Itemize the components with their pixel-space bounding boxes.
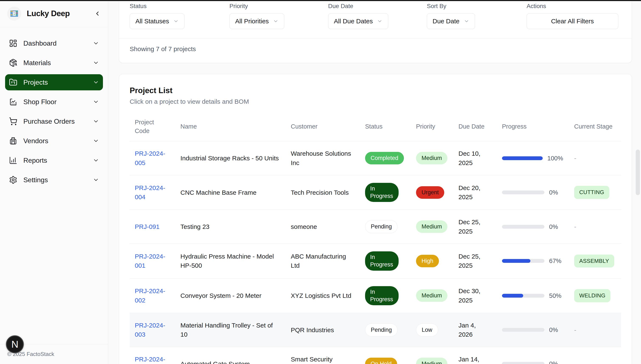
chevron-down-icon <box>93 79 99 86</box>
progress-percent: 0% <box>549 188 558 197</box>
progress-cell: 0% <box>502 222 563 231</box>
chevron-down-icon <box>93 60 99 66</box>
customer-name: PQR Industries <box>291 326 334 335</box>
sort-by-filter-select[interactable]: Due Date <box>427 13 475 29</box>
project-name: CNC Machine Base Frame <box>180 188 256 197</box>
due-date: Dec 10, 2025 <box>458 150 480 166</box>
project-row[interactable]: PRJ-2024-005 Industrial Storage Racks - … <box>130 141 621 175</box>
sidebar-item-label: Projects <box>23 78 48 86</box>
folder-kanban-icon <box>9 78 18 86</box>
status-filter-select[interactable]: All Statuses <box>130 13 184 29</box>
project-code-link[interactable]: PRJ-091 <box>135 222 160 232</box>
current-stage: CUTTING <box>574 186 609 199</box>
progress-percent: 0% <box>549 359 558 364</box>
top-edge-strip <box>0 0 641 1</box>
project-code-link[interactable]: PRJ-2024-005 <box>135 149 169 167</box>
status-filter-label: Status <box>130 3 229 10</box>
current-stage: - <box>574 326 576 334</box>
sidebar-footer: N © 2025 FactoStack <box>0 344 108 364</box>
due-date: Dec 20, 2025 <box>458 184 480 201</box>
fax-building-icon <box>9 136 18 145</box>
sidebar-item-label: Dashboard <box>23 40 57 47</box>
progress-percent: 100% <box>547 154 563 163</box>
sidebar-collapse-button[interactable] <box>94 10 101 17</box>
status-filter-value: All Statuses <box>135 18 169 25</box>
sidebar-item-reports[interactable]: Reports <box>5 152 103 168</box>
filter-group-status: Status All Statuses <box>130 3 229 29</box>
due-date-filter-select[interactable]: All Due Dates <box>328 13 388 29</box>
chevron-down-icon <box>377 18 382 24</box>
project-code-link[interactable]: PRJ-2024-006 <box>135 355 169 364</box>
priority-filter-value: All Priorities <box>235 18 269 25</box>
filters-panel: Status All Statuses Priority All Priorit… <box>119 0 632 63</box>
sidebar-item-materials[interactable]: Materials <box>5 55 103 71</box>
nextjs-dev-badge[interactable]: N <box>6 335 24 353</box>
status-badge: In Progress <box>365 183 399 202</box>
project-row[interactable]: PRJ-2024-006 Automated Gate System Smart… <box>130 347 621 364</box>
current-stage: - <box>574 360 576 364</box>
progress-bar <box>502 225 544 229</box>
progress-percent: 0% <box>549 326 558 334</box>
sidebar-item-purchase-orders[interactable]: Purchase Orders <box>5 113 103 130</box>
project-row[interactable]: PRJ-2024-001 Hydraulic Press Machine - M… <box>130 244 621 278</box>
chevron-down-icon <box>93 99 99 105</box>
priority-filter-select[interactable]: All Priorities <box>229 13 284 29</box>
column-header: Project Code <box>130 118 175 141</box>
project-row[interactable]: PRJ-091 Testing 23 someone Pending Mediu… <box>130 210 621 244</box>
status-badge: In Progress <box>365 251 399 270</box>
chevron-down-icon <box>93 138 99 144</box>
sidebar-item-dashboard[interactable]: Dashboard <box>5 35 103 51</box>
progress-bar <box>502 362 544 364</box>
actions-label: Actions <box>527 3 621 10</box>
results-summary: Showing 7 of 7 projects <box>130 38 621 63</box>
due-date-filter-value: All Due Dates <box>334 18 373 25</box>
chevron-left-icon <box>94 10 101 17</box>
customer-name: ABC Manufacturing Ltd <box>291 252 354 270</box>
customer-name: Warehouse Solutions Inc <box>291 149 354 167</box>
bar-chart-icon <box>9 156 18 164</box>
sidebar-item-settings[interactable]: Settings <box>5 172 103 188</box>
priority-badge: Medium <box>416 358 447 364</box>
current-stage: - <box>574 155 576 162</box>
customer-name: Tech Precision Tools <box>291 188 349 197</box>
clear-all-filters-button[interactable]: Clear All Filters <box>527 13 618 29</box>
due-date: Jan 14, 2026 <box>458 356 479 364</box>
progress-bar <box>502 328 544 332</box>
dev-badge-letter: N <box>11 338 18 350</box>
panel-subtitle: Click on a project to view details and B… <box>130 98 621 105</box>
shopping-cart-icon <box>9 117 18 126</box>
filter-group-priority: Priority All Priorities <box>229 3 328 29</box>
due-date: Dec 30, 2025 <box>458 288 480 304</box>
customer-name: someone <box>291 222 317 232</box>
progress-percent: 0% <box>549 222 558 231</box>
progress-percent: 50% <box>549 291 561 300</box>
column-header: Due Date <box>453 118 497 141</box>
project-row[interactable]: PRJ-2024-003 Material Handling Trolley -… <box>130 313 621 347</box>
sidebar-item-label: Reports <box>23 156 47 164</box>
progress-cell: 100% <box>502 154 563 163</box>
app-logo-icon <box>7 6 21 20</box>
project-code-link[interactable]: PRJ-2024-002 <box>135 286 169 305</box>
priority-badge: High <box>416 255 439 267</box>
dashboard-icon <box>9 39 18 48</box>
project-code-link[interactable]: PRJ-2024-001 <box>135 252 169 270</box>
progress-cell: 0% <box>502 359 563 364</box>
filter-group-due-date: Due Date All Due Dates <box>328 3 427 29</box>
chevron-down-icon <box>464 18 469 24</box>
sidebar-item-vendors[interactable]: Vendors <box>5 133 103 149</box>
status-badge: Pending <box>365 324 398 336</box>
customer-name: Smart Security Systems <box>291 355 354 364</box>
status-badge: Pending <box>365 220 398 233</box>
project-row[interactable]: PRJ-2024-004 CNC Machine Base Frame Tech… <box>130 175 621 210</box>
sidebar-header: Lucky Deep <box>0 0 108 27</box>
sidebar-item-shop-floor[interactable]: Shop Floor <box>5 94 103 110</box>
sidebar-item-projects[interactable]: Projects <box>5 74 103 90</box>
due-date: Dec 25, 2025 <box>458 218 480 235</box>
project-code-link[interactable]: PRJ-2024-003 <box>135 321 169 339</box>
page-scrollbar-thumb[interactable] <box>636 150 640 195</box>
project-code-link[interactable]: PRJ-2024-004 <box>135 183 169 202</box>
project-row[interactable]: PRJ-2024-002 Conveyor System - 20 Meter … <box>130 278 621 313</box>
column-header: Name <box>175 118 286 141</box>
current-stage: WELDING <box>574 289 610 302</box>
progress-cell: 0% <box>502 326 563 334</box>
